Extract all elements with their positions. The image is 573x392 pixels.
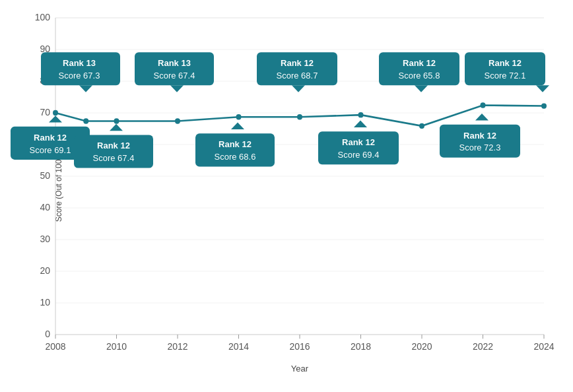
tooltip-2018: Rank 12 Score 69.4 bbox=[318, 120, 399, 164]
tooltip-2012: Rank 13 Score 67.4 bbox=[135, 52, 214, 92]
svg-text:30: 30 bbox=[40, 234, 50, 244]
svg-marker-78 bbox=[536, 85, 549, 92]
tooltip-2020: Rank 12 Score 65.8 bbox=[379, 52, 459, 92]
svg-text:Score 68.6: Score 68.6 bbox=[215, 152, 256, 162]
svg-text:Rank 12: Rank 12 bbox=[34, 132, 67, 142]
svg-marker-70 bbox=[415, 85, 428, 92]
chart-svg: 2008 2010 2012 2014 2016 2018 2020 2022 … bbox=[55, 18, 544, 335]
tooltip-2009: Rank 13 Score 67.3 bbox=[41, 52, 120, 92]
svg-text:Score 67.3: Score 67.3 bbox=[59, 71, 100, 81]
data-point-2012 bbox=[175, 118, 180, 123]
svg-text:Rank 12: Rank 12 bbox=[342, 137, 375, 147]
data-point-2024 bbox=[541, 103, 547, 108]
svg-text:70: 70 bbox=[40, 107, 50, 117]
x-axis-label: Year bbox=[291, 364, 308, 374]
svg-text:100: 100 bbox=[35, 12, 50, 22]
svg-text:Rank 13: Rank 13 bbox=[158, 58, 191, 68]
svg-text:Score 69.1: Score 69.1 bbox=[30, 145, 71, 154]
svg-text:2010: 2010 bbox=[106, 341, 127, 352]
data-point-2016 bbox=[297, 114, 302, 119]
svg-text:Score 67.4: Score 67.4 bbox=[93, 153, 135, 163]
svg-text:Rank 12: Rank 12 bbox=[97, 141, 130, 150]
tooltip-2022: Rank 12 Score 72.3 bbox=[440, 114, 520, 158]
svg-marker-50 bbox=[110, 124, 123, 131]
svg-text:0: 0 bbox=[45, 329, 50, 339]
svg-text:Rank 12: Rank 12 bbox=[489, 58, 522, 68]
svg-text:10: 10 bbox=[40, 297, 50, 308]
svg-marker-46 bbox=[79, 85, 92, 92]
svg-text:Score 67.4: Score 67.4 bbox=[154, 71, 195, 81]
data-point-2022 bbox=[481, 102, 486, 108]
svg-text:Rank 12: Rank 12 bbox=[463, 130, 496, 140]
svg-marker-74 bbox=[475, 114, 489, 120]
svg-text:Rank 12: Rank 12 bbox=[281, 58, 314, 68]
svg-text:Rank 12: Rank 12 bbox=[403, 58, 436, 68]
tooltip-2014: Rank 12 Score 68.6 bbox=[195, 123, 275, 167]
svg-text:40: 40 bbox=[40, 202, 50, 212]
svg-text:2016: 2016 bbox=[289, 341, 310, 352]
svg-marker-58 bbox=[231, 123, 244, 129]
tooltip-2024: Rank 12 Score 72.1 bbox=[465, 52, 549, 92]
svg-text:Score 69.4: Score 69.4 bbox=[338, 150, 380, 160]
svg-marker-42 bbox=[49, 115, 62, 122]
data-point-2014 bbox=[236, 114, 242, 119]
svg-text:Rank 13: Rank 13 bbox=[63, 58, 96, 68]
svg-text:2012: 2012 bbox=[167, 341, 187, 352]
data-point-2010 bbox=[114, 118, 119, 123]
svg-text:2020: 2020 bbox=[411, 341, 432, 352]
svg-text:2014: 2014 bbox=[228, 341, 249, 352]
data-point-2020 bbox=[419, 123, 424, 129]
chart-container: Score (Out of 100) Year bbox=[16, 11, 557, 381]
data-point-2009 bbox=[83, 118, 88, 123]
svg-text:Score 72.3: Score 72.3 bbox=[459, 143, 501, 152]
svg-text:Score 65.8: Score 65.8 bbox=[399, 71, 440, 81]
svg-marker-54 bbox=[170, 85, 184, 92]
svg-text:2024: 2024 bbox=[533, 341, 554, 352]
data-point-2008 bbox=[53, 110, 58, 115]
chart-drawing-area: 2008 2010 2012 2014 2016 2018 2020 2022 … bbox=[55, 18, 544, 335]
svg-text:2018: 2018 bbox=[351, 341, 371, 352]
svg-text:20: 20 bbox=[40, 265, 50, 276]
svg-text:50: 50 bbox=[40, 170, 50, 181]
svg-marker-62 bbox=[292, 85, 305, 92]
svg-text:Score 68.7: Score 68.7 bbox=[277, 71, 318, 81]
svg-text:2008: 2008 bbox=[45, 341, 65, 352]
svg-text:Score 72.1: Score 72.1 bbox=[485, 71, 526, 81]
svg-text:2022: 2022 bbox=[473, 341, 493, 352]
svg-marker-66 bbox=[354, 120, 367, 127]
tooltip-2016: Rank 12 Score 68.7 bbox=[257, 52, 337, 92]
data-point-2018 bbox=[358, 112, 364, 117]
svg-text:Rank 12: Rank 12 bbox=[219, 139, 252, 149]
